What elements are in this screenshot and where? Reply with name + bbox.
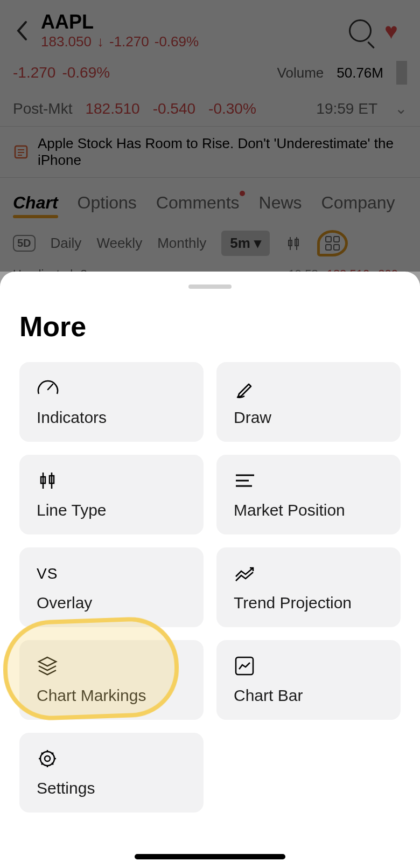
- chart-box-icon: [234, 655, 383, 677]
- card-chart-bar-label: Chart Bar: [234, 686, 383, 705]
- card-draw-label: Draw: [234, 408, 383, 427]
- more-modal: More Indicators Draw Line Type Market Po…: [0, 272, 420, 868]
- align-left-icon: [234, 470, 383, 491]
- card-chart-markings-label: Chart Markings: [37, 686, 186, 705]
- card-overlay-label: Overlay: [37, 594, 186, 612]
- card-overlay[interactable]: VS Overlay: [19, 547, 204, 627]
- modal-title: More: [19, 310, 401, 343]
- svg-point-18: [45, 756, 50, 761]
- card-indicators[interactable]: Indicators: [19, 362, 204, 442]
- card-market-position[interactable]: Market Position: [216, 455, 401, 534]
- card-chart-markings[interactable]: Chart Markings: [19, 640, 204, 720]
- candlestick-icon: [37, 470, 186, 491]
- svg-line-8: [48, 384, 53, 390]
- card-indicators-label: Indicators: [37, 408, 186, 427]
- card-chart-bar[interactable]: Chart Bar: [216, 640, 401, 720]
- card-draw[interactable]: Draw: [216, 362, 401, 442]
- card-market-position-label: Market Position: [234, 501, 383, 519]
- pencil-icon: [234, 377, 383, 399]
- home-indicator[interactable]: [135, 854, 285, 859]
- card-trend-projection-label: Trend Projection: [234, 594, 383, 612]
- trend-icon: [234, 563, 383, 584]
- card-line-type-label: Line Type: [37, 501, 186, 519]
- drag-handle[interactable]: [188, 284, 232, 289]
- gauge-icon: [37, 377, 186, 399]
- card-settings-label: Settings: [37, 779, 186, 797]
- card-trend-projection[interactable]: Trend Projection: [216, 547, 401, 627]
- svg-point-19: [40, 752, 54, 766]
- card-line-type[interactable]: Line Type: [19, 455, 204, 534]
- gear-icon: [37, 748, 186, 769]
- svg-text:VS: VS: [37, 565, 58, 582]
- card-settings[interactable]: Settings: [19, 733, 204, 813]
- vs-icon: VS: [37, 563, 186, 584]
- layers-icon: [37, 655, 186, 677]
